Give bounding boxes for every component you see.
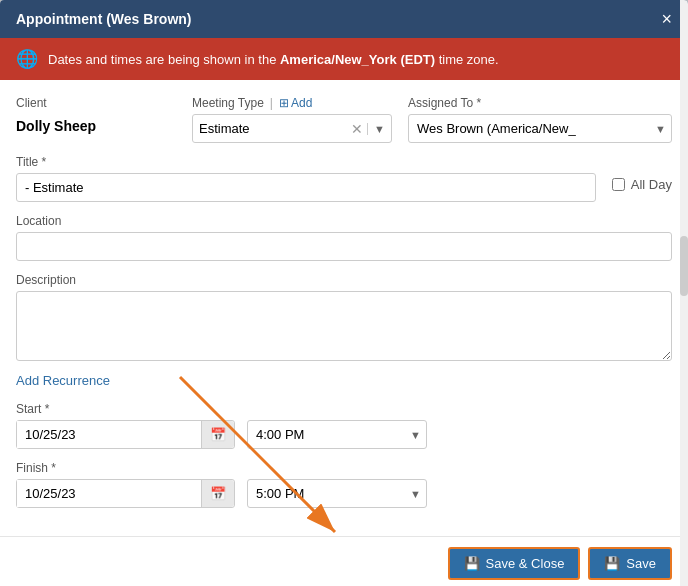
globe-icon: 🌐 — [16, 48, 38, 70]
timezone-alert: 🌐 Dates and times are being shown in the… — [0, 38, 688, 80]
modal-footer: 💾 Save & Close 💾 Save — [0, 536, 688, 586]
save-icon: 💾 — [604, 556, 620, 571]
location-input[interactable] — [16, 232, 672, 261]
save-close-label: Save & Close — [486, 556, 565, 571]
finish-label: Finish * — [16, 461, 672, 475]
start-datetime-row: 📅 12:00 AM12:30 AM1:00 AM1:30 AM 2:00 AM… — [16, 420, 672, 449]
meeting-type-select-wrapper: Estimate ✕ ▼ — [192, 114, 392, 143]
finish-group: Finish * 📅 12:00 AM12:30 AM1:00 AM1:30 A… — [16, 461, 672, 508]
scrollbar[interactable] — [680, 0, 688, 586]
meeting-type-label: Meeting Type | ⊞ Add — [192, 96, 392, 110]
row-client-meeting-assigned: Client Dolly Sheep Meeting Type | ⊞ Add … — [16, 96, 672, 143]
modal-body: Client Dolly Sheep Meeting Type | ⊞ Add … — [0, 80, 688, 536]
title-input[interactable] — [16, 173, 596, 202]
description-textarea[interactable] — [16, 291, 672, 361]
client-group: Client Dolly Sheep — [16, 96, 176, 134]
modal-header: Appointment (Wes Brown) × — [0, 0, 688, 38]
save-button[interactable]: 💾 Save — [588, 547, 672, 580]
start-date-wrapper: 📅 — [16, 420, 235, 449]
description-group: Description — [16, 273, 672, 361]
start-time-wrapper: 12:00 AM12:30 AM1:00 AM1:30 AM 2:00 AM2:… — [247, 420, 427, 449]
all-day-group: All Day — [612, 155, 672, 192]
title-label: Title * — [16, 155, 596, 169]
all-day-label: All Day — [631, 177, 672, 192]
start-label: Start * — [16, 402, 672, 416]
assigned-to-select-wrapper: Wes Brown (America/New_ ▼ — [408, 114, 672, 143]
save-close-icon: 💾 — [464, 556, 480, 571]
start-date-input[interactable] — [17, 421, 201, 448]
add-icon: ⊞ — [279, 96, 289, 110]
scrollbar-thumb[interactable] — [680, 236, 688, 296]
client-name: Dolly Sheep — [16, 114, 176, 134]
meeting-type-dropdown-arrow[interactable]: ▼ — [367, 123, 391, 135]
finish-time-select[interactable]: 12:00 AM12:30 AM1:00 AM1:30 AM 2:00 AM2:… — [247, 479, 427, 508]
meeting-type-add-link[interactable]: ⊞ Add — [279, 96, 312, 110]
assigned-to-select[interactable]: Wes Brown (America/New_ — [408, 114, 672, 143]
row-title-allday: Title * All Day — [16, 155, 672, 202]
assigned-to-group: Assigned To * Wes Brown (America/New_ ▼ — [408, 96, 672, 143]
all-day-checkbox[interactable] — [612, 178, 625, 191]
save-label: Save — [626, 556, 656, 571]
meeting-type-clear-button[interactable]: ✕ — [347, 121, 367, 137]
finish-calendar-icon[interactable]: 📅 — [201, 480, 234, 507]
close-button[interactable]: × — [661, 10, 672, 28]
start-calendar-icon[interactable]: 📅 — [201, 421, 234, 448]
appointment-modal: Appointment (Wes Brown) × 🌐 Dates and ti… — [0, 0, 688, 586]
start-time-select[interactable]: 12:00 AM12:30 AM1:00 AM1:30 AM 2:00 AM2:… — [247, 420, 427, 449]
finish-time-wrapper: 12:00 AM12:30 AM1:00 AM1:30 AM 2:00 AM2:… — [247, 479, 427, 508]
finish-datetime-row: 📅 12:00 AM12:30 AM1:00 AM1:30 AM 2:00 AM… — [16, 479, 672, 508]
location-label: Location — [16, 214, 672, 228]
finish-date-wrapper: 📅 — [16, 479, 235, 508]
meeting-type-group: Meeting Type | ⊞ Add Estimate ✕ ▼ — [192, 96, 392, 143]
start-group: Start * 📅 12:00 AM12:30 AM1:00 AM1:30 AM… — [16, 402, 672, 449]
title-group: Title * — [16, 155, 596, 202]
label-separator: | — [270, 96, 273, 110]
add-recurrence-link[interactable]: Add Recurrence — [16, 373, 110, 388]
finish-date-input[interactable] — [17, 480, 201, 507]
assigned-to-label: Assigned To * — [408, 96, 672, 110]
client-label: Client — [16, 96, 176, 110]
modal-title: Appointment (Wes Brown) — [16, 11, 192, 27]
location-group: Location — [16, 214, 672, 261]
meeting-type-select[interactable]: Estimate — [193, 115, 347, 142]
save-close-button[interactable]: 💾 Save & Close — [448, 547, 581, 580]
description-label: Description — [16, 273, 672, 287]
alert-text: Dates and times are being shown in the A… — [48, 52, 499, 67]
